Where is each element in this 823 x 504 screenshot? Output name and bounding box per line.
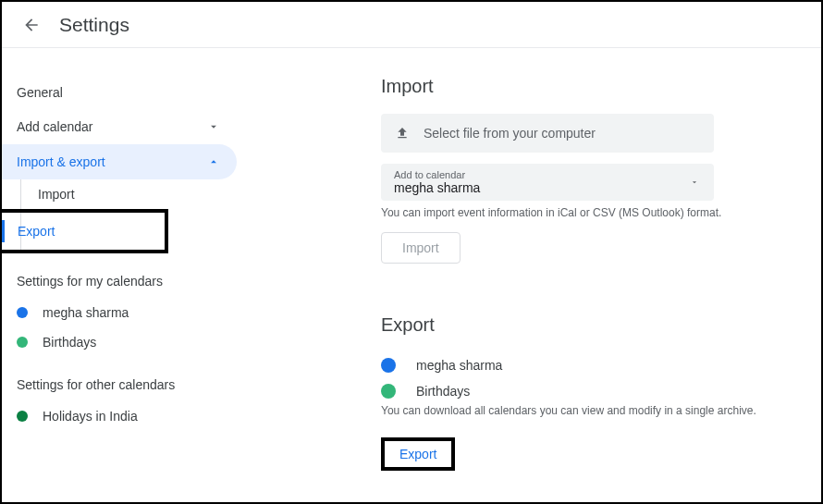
color-dot <box>17 307 28 318</box>
nav-add-calendar[interactable]: Add calendar <box>2 109 237 144</box>
dropdown-value: megha sharma <box>394 180 480 195</box>
import-title: Import <box>381 76 784 97</box>
nav-general[interactable]: General <box>2 76 237 109</box>
export-cal-item: megha sharma <box>381 352 784 378</box>
file-select-button[interactable]: Select file from your computer <box>381 114 714 153</box>
chevron-down-icon <box>205 118 222 135</box>
header-bar: Settings <box>2 2 821 48</box>
sidebar-cal-item[interactable]: Birthdays <box>2 327 242 357</box>
main-content: Import Select file from your computer Ad… <box>242 48 821 502</box>
page-title: Settings <box>59 14 129 36</box>
add-to-calendar-dropdown[interactable]: Add to calendar megha sharma <box>381 164 714 201</box>
dropdown-inner: Add to calendar megha sharma <box>394 169 480 195</box>
upload-icon <box>394 125 411 141</box>
heading-other-calendars: Settings for other calendars <box>2 357 242 401</box>
chevron-up-icon <box>205 154 222 170</box>
nav-label: General <box>17 85 63 100</box>
file-select-label: Select file from your computer <box>424 126 596 141</box>
export-cal-item: Birthdays <box>381 378 784 404</box>
export-section: Export megha sharma Birthdays You can do… <box>381 314 784 471</box>
body: General Add calendar Import & export Imp… <box>2 48 821 502</box>
sub-label: Import <box>34 187 75 202</box>
color-dot <box>381 358 396 373</box>
cal-label: Holidays in India <box>43 409 138 424</box>
export-title: Export <box>381 314 784 336</box>
export-button[interactable]: Export <box>385 441 451 467</box>
nav-import-export[interactable]: Import & export <box>2 144 237 179</box>
sidebar: General Add calendar Import & export Imp… <box>2 48 242 502</box>
import-help-text: You can import event information in iCal… <box>381 206 784 219</box>
export-calendar-list: megha sharma Birthdays <box>381 352 784 404</box>
sidebar-cal-item[interactable]: Holidays in India <box>2 401 242 431</box>
nav-label: Import & export <box>17 154 105 169</box>
sub-item-export[interactable]: Export <box>0 209 168 253</box>
sidebar-cal-item[interactable]: megha sharma <box>2 298 242 327</box>
export-help-text: You can download all calendars you can v… <box>381 404 784 417</box>
sub-label: Export <box>2 220 155 242</box>
back-arrow-icon[interactable] <box>20 14 43 36</box>
cal-label: Birthdays <box>43 335 96 350</box>
sub-item-import[interactable]: Import <box>21 179 242 209</box>
color-dot <box>17 411 28 422</box>
color-dot <box>381 384 396 399</box>
dropdown-label: Add to calendar <box>394 169 480 180</box>
cal-label: megha sharma <box>43 305 129 320</box>
import-export-sublist: Import Export <box>20 179 242 253</box>
cal-label: megha sharma <box>416 358 502 373</box>
heading-my-calendars: Settings for my calendars <box>2 253 242 298</box>
dropdown-arrow-icon <box>688 176 701 189</box>
import-button[interactable]: Import <box>381 232 461 264</box>
nav-label: Add calendar <box>17 119 93 134</box>
cal-label: Birthdays <box>416 384 470 399</box>
export-button-highlight: Export <box>381 437 455 471</box>
color-dot <box>17 337 28 348</box>
